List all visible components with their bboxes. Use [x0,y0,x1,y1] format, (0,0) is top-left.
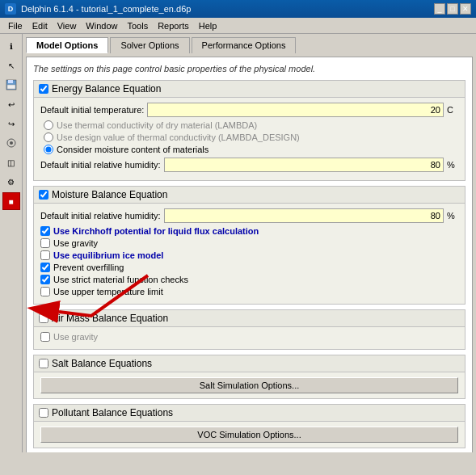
title-bar: D Delphin 6.1.4 - tutorial_1_complete_en… [0,0,476,18]
energy-humidity-row: Default initial relative humidity: % [40,158,458,172]
moisture-humidity-input[interactable] [164,208,444,223]
energy-temp-row: Default initial temperature: C [40,103,458,117]
energy-temp-label: Default initial temperature: [40,105,144,115]
title-bar-text: Delphin 6.1.4 - tutorial_1_complete_en.d… [21,4,434,14]
tab-model-options[interactable]: Model Options [26,37,108,53]
sidebar: ℹ ↖ ↩ ↪ ◫ ⚙ ■ [0,34,23,452]
air-check-gravity-label: Use gravity [53,332,98,342]
check-gravity-label: Use gravity [53,238,98,248]
salt-simulation-button[interactable]: Salt Simulation Options... [40,377,458,393]
pollutant-checkbox[interactable] [39,408,48,418]
salt-section-content: Salt Simulation Options... [34,372,465,398]
tab-performance-options[interactable]: Performance Options [192,37,297,53]
menu-view[interactable]: View [53,20,82,32]
tab-solver-options[interactable]: Solver Options [110,37,189,53]
moisture-humidity-label: Default initial relative humidity: [40,211,161,221]
moisture-section-label: Moisture Balance Equation [52,189,167,200]
menu-tools[interactable]: Tools [122,20,153,32]
minimize-button[interactable]: _ [434,3,445,15]
check-overfilling-label: Prevent overfilling [53,263,124,272]
radio-moisture[interactable] [44,145,53,154]
sidebar-btn-active[interactable]: ■ [2,192,20,210]
air-section-content: Use gravity [34,327,465,349]
energy-radio-1: Use thermal conductivity of dry material… [40,120,458,130]
salt-section: Salt Balance Equations Salt Simulation O… [33,355,465,399]
close-button[interactable]: ✕ [460,3,471,15]
energy-humidity-unit: % [447,160,458,170]
moisture-section: Moisture Balance Equation Default initia… [33,186,465,305]
pollutant-section: Pollutant Balance Equations VOC Simulati… [33,404,465,448]
sidebar-btn-network[interactable] [2,134,20,152]
moisture-humidity-unit: % [447,211,458,221]
air-check-gravity-cb[interactable] [40,332,50,342]
radio-moisture-label: Consider moisture content of materials [57,145,209,154]
moisture-check-gravity: Use gravity [40,238,458,248]
energy-section-label: Energy Balance Equation [52,83,161,95]
panel-description: The settings on this page control basic … [33,64,465,74]
radio-lambda-label: Use thermal conductivity of dry material… [57,120,257,130]
menu-bar: File Edit View Window Tools Reports Help [0,18,476,34]
check-gravity[interactable] [40,238,50,248]
energy-temp-unit: C [447,105,458,115]
moisture-section-header: Moisture Balance Equation [34,187,465,204]
moisture-check-strict: Use strict material function checks [40,275,458,284]
menu-window[interactable]: Window [81,20,122,32]
energy-section-content: Default initial temperature: C Use therm… [34,98,465,180]
air-checkbox[interactable] [39,313,48,323]
content-area: Model Options Solver Options Performance… [23,34,476,452]
sidebar-btn-undo[interactable]: ↩ [2,95,20,113]
check-strict-label: Use strict material function checks [53,275,188,284]
check-kirchhoff-label: Use Kirchhoff potential for liquid flux … [53,226,259,236]
moisture-check-overfilling: Prevent overfilling [40,263,458,272]
sidebar-btn-settings[interactable]: ⚙ [2,173,20,191]
menu-help[interactable]: Help [194,20,222,32]
energy-checkbox[interactable] [39,84,48,94]
salt-section-header: Salt Balance Equations [34,355,465,372]
salt-checkbox[interactable] [39,359,48,368]
energy-section: Energy Balance Equation Default initial … [33,80,465,181]
air-section-header: Air Mass Balance Equation [34,310,465,327]
check-kirchhoff[interactable] [40,226,50,236]
sidebar-btn-save[interactable] [2,76,20,94]
moisture-section-content: Default initial relative humidity: % Use… [34,204,465,304]
main-panel: The settings on this page control basic … [26,57,473,452]
air-section: Air Mass Balance Equation Use gravity [33,309,465,350]
radio-lambda-design[interactable] [44,132,53,142]
menu-file[interactable]: File [3,20,27,32]
energy-radio-3: Consider moisture content of materials [40,145,458,154]
air-section-label: Air Mass Balance Equation [52,313,168,324]
moisture-humidity-row: Default initial relative humidity: % [40,208,458,223]
moisture-checkbox[interactable] [39,190,48,200]
radio-lambda[interactable] [44,120,53,130]
svg-rect-1 [8,80,13,83]
pollutant-section-content: VOC Simulation Options... [34,422,465,448]
check-overfilling[interactable] [40,263,50,272]
pollutant-section-header: Pollutant Balance Equations [34,405,465,422]
energy-humidity-label: Default initial relative humidity: [40,160,161,170]
voc-simulation-button[interactable]: VOC Simulation Options... [40,427,458,443]
sidebar-btn-redo[interactable]: ↪ [2,115,20,132]
check-ice-label: Use equilibrium ice model [53,250,163,260]
energy-section-header: Energy Balance Equation [34,81,465,98]
title-bar-icon: D [5,3,16,15]
moisture-check-ice: Use equilibrium ice model [40,250,458,260]
check-strict[interactable] [40,275,50,284]
moisture-check-temp-limit: Use upper temperature limit [40,287,458,296]
radio-lambda-design-label: Use design value of thermal conductivity… [57,132,300,142]
check-temp-limit[interactable] [40,287,50,296]
energy-humidity-input[interactable] [164,158,444,172]
check-temp-limit-label: Use upper temperature limit [53,287,163,296]
maximize-button[interactable]: □ [447,3,458,15]
menu-reports[interactable]: Reports [153,20,194,32]
menu-edit[interactable]: Edit [27,20,53,32]
air-check-gravity: Use gravity [40,332,458,342]
pollutant-section-label: Pollutant Balance Equations [52,407,173,418]
check-ice[interactable] [40,250,50,260]
salt-section-label: Salt Balance Equations [52,358,152,369]
tabs: Model Options Solver Options Performance… [26,37,473,53]
sidebar-btn-cursor[interactable]: ↖ [2,57,20,74]
energy-temp-input[interactable] [147,103,444,117]
svg-point-4 [10,141,13,145]
sidebar-btn-info[interactable]: ℹ [2,37,20,55]
sidebar-btn-view[interactable]: ◫ [2,153,20,171]
